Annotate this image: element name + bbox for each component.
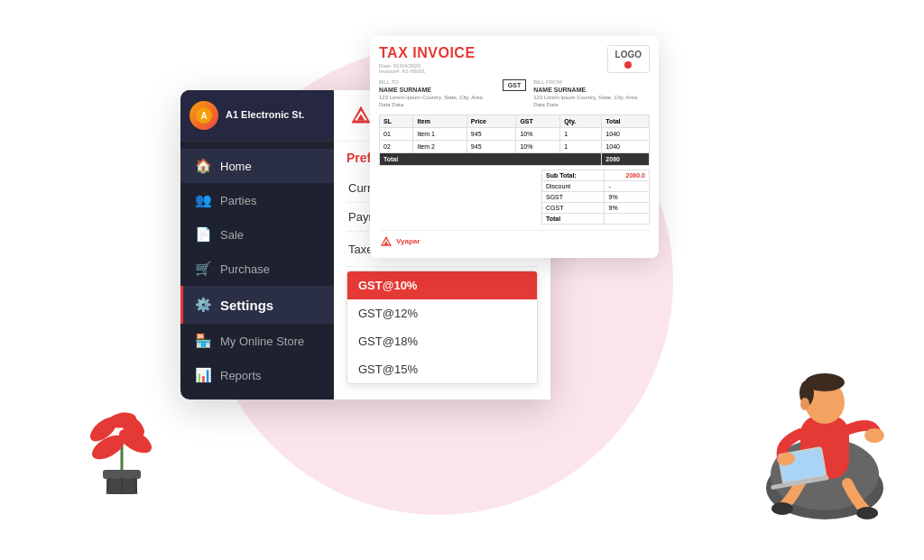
- cgst-value: 9%: [605, 202, 650, 213]
- col-item: Item: [413, 115, 467, 127]
- discount-value: -: [605, 180, 650, 191]
- totals-table: Sub Total: 2080.0 Discount - SGST 9% CGS…: [541, 170, 650, 225]
- plant-illustration: [81, 380, 162, 497]
- invoice-table-body: 01 Item 1 945 10% 1 1040 02 Item 2 945 1…: [380, 127, 650, 165]
- company-name: A1 Electronic St.: [226, 109, 304, 121]
- row2-total: 1040: [602, 140, 650, 152]
- company-logo: A: [189, 101, 218, 130]
- sgst-label: SGST: [542, 191, 605, 202]
- gst-dropdown: GST@10% GST@12% GST@18% GST@15%: [346, 271, 538, 384]
- home-icon: 🏠: [195, 158, 211, 174]
- settings-icon: ⚙️: [195, 297, 211, 313]
- bill-from-name: NAME SURNAME: [533, 87, 650, 93]
- sidebar-item-home-label: Home: [220, 160, 252, 173]
- sale-icon: 📄: [195, 226, 211, 243]
- bill-from-address: 123 Lorem ipsum Country, State, City, Ar…: [533, 95, 650, 109]
- vyapar-footer: Vyapar: [379, 234, 420, 249]
- col-total: Total: [602, 115, 650, 127]
- invoice-table-header-row: SL Item Price GST Qty. Total: [380, 115, 650, 127]
- sgst-row: SGST 9%: [542, 191, 650, 202]
- sidebar-item-sale[interactable]: 📄 Sale: [180, 217, 334, 252]
- sidebar-item-online-store[interactable]: 🏪 My Online Store: [180, 324, 334, 358]
- invoice-number: Invoice#: A1-00001: [379, 69, 476, 74]
- invoice-footer: Vyapar: [379, 230, 650, 249]
- bill-section: BILL TO NAME SURNAME 123 Lorem ipsum Cou…: [379, 79, 650, 109]
- sidebar-item-store-label: My Online Store: [220, 335, 304, 348]
- gst-option-12[interactable]: GST@12%: [347, 299, 537, 327]
- gst-option-10[interactable]: GST@10%: [347, 271, 537, 299]
- reports-icon: 📊: [195, 367, 211, 383]
- sidebar-item-settings-label: Settings: [220, 298, 273, 313]
- gst-option-18[interactable]: GST@18%: [347, 327, 537, 355]
- row1-item: Item 1: [413, 127, 467, 140]
- row2-price: 945: [467, 140, 516, 152]
- subtotal-row: Sub Total: 2080.0: [542, 170, 650, 180]
- row2-item: Item 2: [413, 140, 467, 152]
- total-label: Total: [380, 152, 602, 165]
- row2-gst: 10%: [516, 140, 560, 152]
- sidebar-item-settings[interactable]: ⚙️ Settings: [180, 286, 334, 324]
- logo-dot: [624, 61, 632, 69]
- bill-from-col: BILL FROM NAME SURNAME 123 Lorem ipsum C…: [533, 79, 650, 109]
- final-total-label: Total: [542, 213, 605, 224]
- invoice-header-row: TAX INVOICE Date: 01/04/2020 Invoice#: A…: [379, 45, 650, 74]
- row2-qty: 1: [560, 140, 602, 152]
- bill-from-label: BILL FROM: [533, 79, 650, 85]
- svg-text:A: A: [200, 111, 207, 121]
- bill-to-col: BILL TO NAME SURNAME 123 Lorem ipsum Cou…: [379, 79, 495, 109]
- bill-to-label: BILL TO: [379, 79, 495, 85]
- tax-invoice-title-text: TAX INVOICE: [379, 45, 476, 61]
- sidebar-nav: 🏠 Home 👥 Parties 📄 Sale 🛒 Purchase ⚙️ Se…: [180, 142, 334, 399]
- subtotal-label: Sub Total:: [542, 170, 605, 180]
- final-total-row: Total: [542, 213, 650, 224]
- person-illustration: [748, 317, 901, 524]
- sidebar-item-sale-label: Sale: [220, 228, 244, 242]
- row1-total: 1040: [602, 127, 650, 140]
- gst-option-15[interactable]: GST@15%: [347, 355, 537, 383]
- gst-badge: GST: [503, 79, 526, 91]
- discount-row: Discount -: [542, 180, 650, 191]
- vyapar-footer-label: Vyapar: [396, 237, 420, 245]
- subtotal-value: 2080.0: [605, 170, 650, 180]
- sidebar-item-home[interactable]: 🏠 Home: [180, 149, 334, 183]
- col-gst: GST: [516, 115, 560, 127]
- invoice-table: SL Item Price GST Qty. Total 01 Item 1 9…: [379, 115, 650, 166]
- table-row: 01 Item 1 945 10% 1 1040: [380, 127, 650, 140]
- store-icon: 🏪: [195, 333, 211, 349]
- sidebar-item-purchase-label: Purchase: [220, 262, 270, 276]
- table-row: 02 Item 2 945 10% 1 1040: [380, 140, 650, 152]
- subtotals-section: Sub Total: 2080.0 Discount - SGST 9% CGS…: [379, 170, 650, 225]
- cgst-row: CGST 9%: [542, 202, 650, 213]
- bill-to-name: NAME SURNAME: [379, 87, 495, 93]
- invoice-panel: TAX INVOICE Date: 01/04/2020 Invoice#: A…: [370, 36, 659, 258]
- svg-point-13: [772, 502, 793, 515]
- sidebar: A A1 Electronic St. 🏠 Home 👥 Parties 📄 S…: [180, 90, 334, 399]
- purchase-icon: 🛒: [195, 261, 211, 277]
- col-price: Price: [467, 115, 516, 127]
- invoice-logo-box: LOGO: [607, 45, 650, 73]
- sidebar-item-reports[interactable]: 📊 Reports: [180, 358, 334, 392]
- row1-qty: 1: [560, 127, 602, 140]
- invoice-total-row: Total 2080: [380, 152, 650, 165]
- parties-icon: 👥: [195, 192, 211, 208]
- total-value: 2080: [602, 152, 650, 165]
- sgst-value: 9%: [605, 191, 650, 202]
- sidebar-header: A A1 Electronic St.: [180, 90, 334, 142]
- bill-to-address: 123 Lorem ipsum Country, State, City, Ar…: [379, 95, 495, 109]
- invoice-table-head: SL Item Price GST Qty. Total: [380, 115, 650, 127]
- sidebar-item-parties[interactable]: 👥 Parties: [180, 183, 334, 217]
- cgst-label: CGST: [542, 202, 605, 213]
- sidebar-item-reports-label: Reports: [220, 369, 262, 382]
- row1-sl: 01: [380, 127, 413, 140]
- svg-point-14: [856, 507, 878, 519]
- svg-point-24: [864, 428, 884, 443]
- invoice-logo-label: LOGO: [615, 50, 642, 60]
- row1-gst: 10%: [516, 127, 560, 140]
- sidebar-item-purchase[interactable]: 🛒 Purchase: [180, 252, 334, 286]
- tax-invoice-title: TAX INVOICE Date: 01/04/2020 Invoice#: A…: [379, 45, 476, 74]
- final-total-value: [605, 213, 650, 224]
- row2-sl: 02: [380, 140, 413, 152]
- discount-label: Discount: [542, 180, 605, 191]
- svg-point-19: [800, 398, 809, 410]
- col-qty: Qty.: [560, 115, 602, 127]
